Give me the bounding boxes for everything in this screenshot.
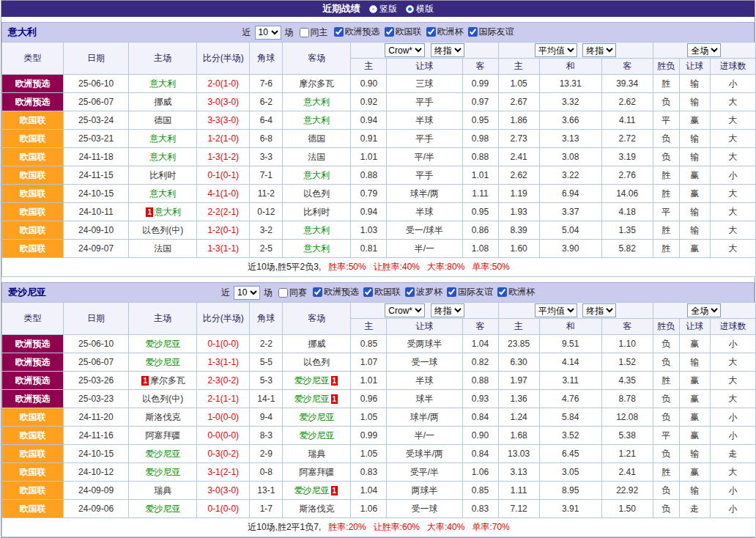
team-name: 爱沙尼亚 (8, 286, 46, 299)
league-checkbox-input[interactable] (447, 287, 456, 297)
odds-source-select[interactable]: Crow* (385, 43, 425, 57)
results-body: 欧洲预选25-06-10爱沙尼亚0-1(0-0)2-2挪威0.85受两球半1.0… (2, 335, 756, 537)
date-cell: 24-09-10 (64, 221, 129, 240)
match-row: 欧洲预选25-06-07爱沙尼亚1-3(1-1)5-5以色列1.07受一球0.8… (2, 353, 756, 372)
col-home-header: 主场 (129, 303, 197, 335)
euro-away-odds-cell: 1.21 (601, 445, 653, 463)
same-checkbox-input[interactable] (300, 28, 309, 37)
asian-away-odds-cell: 1.08 (462, 240, 498, 258)
handicap-result-cell: 赢 (679, 335, 710, 353)
league-filter-checkbox[interactable]: 国际友谊 (468, 26, 514, 38)
sub-handicap-header: 让球 (387, 319, 462, 335)
euro-average-select[interactable]: 平均值 (535, 43, 577, 57)
league-filter-checkbox[interactable]: 欧国联 (385, 26, 422, 38)
away-team-cell: 以色列 (283, 353, 351, 372)
odds-final-select[interactable]: 终指 (431, 43, 464, 57)
score-cell: 0-1(0-1) (197, 166, 250, 185)
odds-source-select[interactable]: Crow* (385, 303, 425, 317)
same-checkbox-input[interactable] (278, 288, 288, 298)
league-filter-checkbox[interactable]: 国际友谊 (447, 286, 493, 298)
euro-home-odds-cell: 2.41 (498, 148, 539, 166)
league-checkbox-input[interactable] (497, 287, 507, 297)
euro-away-odds-cell: 2.72 (601, 130, 653, 148)
team-header-bar: 爱沙尼亚 近 10 场 同赛 欧洲预选欧国联波罗杯国际友谊欧洲杯 (1, 282, 755, 302)
goals-result-cell: 大 (710, 240, 755, 258)
match-count-select[interactable]: 10 (255, 26, 281, 40)
league-checkbox-input[interactable] (468, 27, 478, 37)
score-cell: 1-3(1-2) (197, 148, 250, 166)
home-team-cell: 阿塞拜疆 (129, 427, 197, 445)
asian-away-odds-cell: 0.88 (462, 148, 498, 166)
away-team-cell: 爱沙尼亚 (283, 408, 351, 427)
handicap-cell: 受一球 (387, 500, 462, 518)
league-filter-checkbox[interactable]: 欧洲预选 (313, 286, 359, 298)
league-checkbox-input[interactable] (363, 287, 373, 297)
handicap-result-cell: 输 (679, 93, 710, 111)
home-team-cell: 意大利 (129, 148, 197, 166)
league-filter-checkbox[interactable]: 欧洲预选 (334, 26, 380, 38)
euro-draw-odds-cell: 3.37 (539, 203, 601, 221)
home-team-cell: 爱沙尼亚 (129, 445, 197, 463)
home-team-cell: 爱沙尼亚 (129, 463, 197, 482)
home-team-cell: 爱沙尼亚 (129, 335, 197, 353)
summary-stat: 单率:50% (472, 262, 509, 272)
away-team-cell: 爱沙尼亚 (283, 427, 351, 445)
league-filter-checkbox[interactable]: 欧国联 (363, 286, 401, 298)
goals-result-cell: 大 (710, 390, 755, 408)
asian-away-odds-cell: 0.86 (462, 221, 498, 240)
league-checkbox-input[interactable] (385, 27, 394, 37)
radio-horizontal-layout[interactable]: 横版 (406, 3, 434, 15)
league-cell: 欧国联 (2, 240, 64, 258)
scope-select[interactable]: 全场 (687, 43, 721, 57)
league-checkbox-input[interactable] (313, 287, 322, 297)
match-row: 欧国联24-09-10以色列(中)1-2(0-1)3-2意大利1.03受一/球半… (2, 221, 756, 240)
radio-vertical-layout[interactable]: 竖版 (369, 3, 397, 15)
odds-final-select[interactable]: 终指 (431, 303, 464, 317)
score-cell: 1-0(0-0) (197, 408, 250, 427)
league-checkbox-input[interactable] (405, 287, 415, 297)
match-row: 欧国联24-10-15爱沙尼亚0-3(0-2)2-9瑞典1.05受球半/两0.8… (2, 445, 756, 463)
match-row: 欧国联24-09-07法国1-3(1-1)2-5意大利0.81半/一1.081.… (2, 240, 756, 258)
scope-select[interactable]: 全场 (687, 303, 721, 317)
sub-result-header: 胜负 (653, 319, 679, 335)
match-row: 欧国联24-10-12爱沙尼亚3-1(2-1)0-8阿塞拜疆0.83受平/半1.… (2, 463, 756, 482)
league-filter-checkbox[interactable]: 波罗杯 (405, 286, 442, 298)
asian-away-odds-cell: 0.95 (462, 111, 498, 130)
same-filter-checkbox[interactable]: 同主 (300, 26, 328, 39)
euro-final-select[interactable]: 终指 (582, 303, 616, 317)
home-team-cell: 意大利 (129, 130, 197, 148)
league-filter-checkbox[interactable]: 欧洲杯 (426, 26, 464, 38)
sub-avg-home-header: 主 (498, 59, 539, 75)
euro-home-odds-cell: 1.24 (498, 408, 539, 427)
corner-cell: 6-2 (250, 93, 283, 111)
league-checkbox-input[interactable] (426, 27, 436, 37)
score-cell: 3-0(3-0) (197, 93, 250, 111)
league-filter-label: 欧洲杯 (437, 26, 464, 38)
same-filter-checkbox[interactable]: 同赛 (278, 287, 307, 299)
league-filter-checkbox[interactable]: 欧洲杯 (497, 286, 535, 298)
euro-home-odds-cell: 2.67 (498, 93, 539, 111)
handicap-result-cell: 赢 (679, 166, 710, 185)
euro-home-odds-cell: 2.73 (498, 130, 539, 148)
corner-cell: 5-5 (250, 353, 283, 372)
col-corner-header: 角球 (250, 43, 283, 75)
league-checkbox-input[interactable] (334, 27, 344, 37)
sections-container: 意大利 近 10 场 同主 欧洲预选欧国联欧洲杯国际友谊 (1, 22, 755, 537)
summary-stat: 让胜率:60% (374, 522, 420, 532)
match-row: 欧国联24-09-09瑞典3-0(3-0)13-1爱沙尼亚11.04两球半0.8… (2, 482, 756, 500)
euro-final-select[interactable]: 终指 (582, 43, 616, 57)
sub-odds-away-header: 客 (462, 319, 498, 335)
league-cell: 欧国联 (2, 427, 64, 445)
asian-home-odds-cell: 0.81 (351, 240, 387, 258)
date-cell: 25-06-10 (64, 335, 129, 353)
home-team-cell: 挪威 (129, 93, 197, 111)
col-corner-header: 角球 (250, 303, 283, 335)
euro-home-odds-cell: 1.36 (498, 390, 539, 408)
score-cell: 0-0(0-0) (197, 427, 250, 445)
euro-average-select[interactable]: 平均值 (535, 303, 577, 317)
team-name: 意大利 (8, 26, 37, 39)
match-count-select[interactable]: 10 (234, 286, 260, 300)
home-team-cell: 以色列(中) (129, 390, 197, 408)
score-cell: 2-3(0-2) (197, 372, 250, 390)
euro-home-odds-cell: 7.12 (498, 500, 539, 518)
